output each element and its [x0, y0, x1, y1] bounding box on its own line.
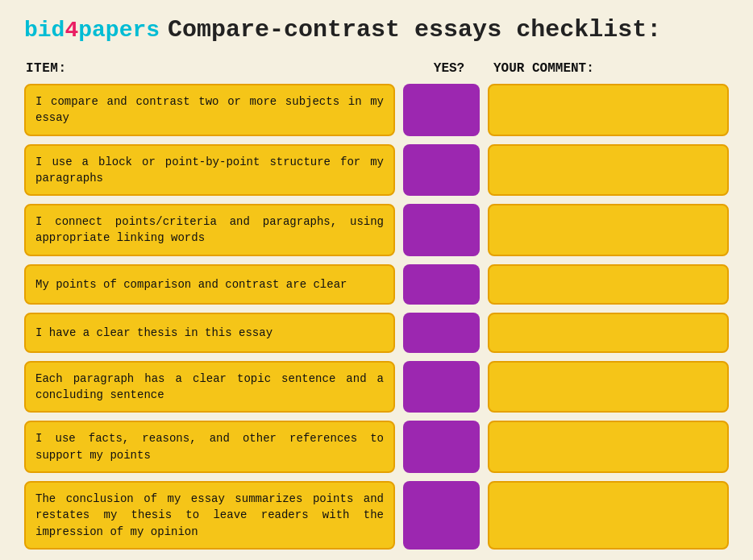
item-box-6: Each paragraph has a clear topic sentenc…	[24, 361, 395, 413]
brand-4: 4	[64, 18, 78, 43]
checklist-row: Each paragraph has a clear topic sentenc…	[24, 361, 729, 413]
yes-box-8[interactable]	[403, 481, 480, 550]
column-headers: ITEM: YES? YOUR COMMENT:	[24, 61, 729, 76]
page-header: bid4papers Compare-contrast essays check…	[24, 16, 729, 44]
item-box-7: I use facts, reasons, and other referenc…	[24, 421, 395, 473]
yes-box-4[interactable]	[403, 264, 480, 305]
item-box-1: I compare and contrast two or more subje…	[24, 84, 395, 136]
col-header-yes: YES?	[405, 61, 493, 76]
checklist-row: The conclusion of my essay summarizes po…	[24, 481, 729, 550]
checklist-row: I use facts, reasons, and other referenc…	[24, 421, 729, 473]
comment-box-5[interactable]	[488, 313, 729, 353]
yes-box-5[interactable]	[403, 313, 480, 353]
item-box-5: I have a clear thesis in this essay	[24, 313, 395, 353]
item-box-3: I connect points/criteria and paragraphs…	[24, 204, 395, 256]
comment-box-3[interactable]	[488, 204, 729, 256]
item-box-4: My points of comparison and contrast are…	[24, 264, 395, 305]
item-box-2: I use a block or point-by-point structur…	[24, 144, 395, 197]
comment-box-7[interactable]	[488, 421, 729, 473]
brand-bid: bid	[24, 18, 64, 43]
comment-box-6[interactable]	[488, 361, 729, 413]
col-header-item: ITEM:	[26, 61, 405, 76]
comment-box-4[interactable]	[488, 264, 729, 305]
item-box-8: The conclusion of my essay summarizes po…	[24, 481, 395, 550]
col-header-comment: YOUR COMMENT:	[493, 61, 727, 76]
yes-box-2[interactable]	[403, 144, 480, 197]
checklist-row: I connect points/criteria and paragraphs…	[24, 204, 729, 256]
comment-box-1[interactable]	[488, 84, 729, 136]
yes-box-1[interactable]	[403, 84, 480, 136]
yes-box-3[interactable]	[403, 204, 480, 256]
page-title: Compare-contrast essays checklist:	[168, 16, 661, 44]
brand-papers: papers	[78, 18, 160, 43]
checklist-row: I have a clear thesis in this essay	[24, 313, 729, 353]
yes-box-7[interactable]	[403, 421, 480, 473]
checklist-row: My points of comparison and contrast are…	[24, 264, 729, 305]
brand-logo: bid4papers	[24, 18, 160, 43]
checklist-container: I compare and contrast two or more subje…	[24, 84, 729, 550]
comment-box-8[interactable]	[488, 481, 729, 550]
yes-box-6[interactable]	[403, 361, 480, 413]
comment-box-2[interactable]	[488, 144, 729, 197]
checklist-row: I use a block or point-by-point structur…	[24, 144, 729, 197]
checklist-row: I compare and contrast two or more subje…	[24, 84, 729, 136]
